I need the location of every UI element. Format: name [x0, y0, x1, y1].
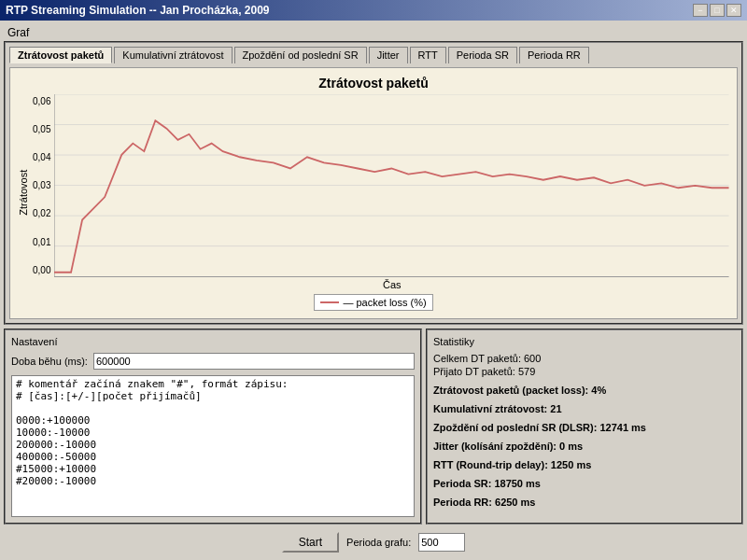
stat-row-5: Jitter (kolísání zpoždění): 0 ms: [433, 441, 736, 452]
stat-row-3: Kumulativní ztrátovost: 21: [433, 403, 736, 414]
window-body: Graf Ztrátovost paketů Kumulativní ztrát…: [0, 21, 747, 560]
nastaveni-title: Nastavení: [11, 336, 415, 347]
y-axis-label: Ztrátovost: [18, 94, 29, 290]
y-val-4: 0,04: [33, 152, 50, 162]
y-val-5: 0,05: [33, 124, 50, 134]
tab-perioda-rr[interactable]: Perioda RR: [519, 47, 589, 63]
window-controls: − □ ✕: [693, 4, 741, 17]
stat-row-2: Ztrátovost paketů (packet loss): 4%: [433, 385, 736, 396]
chart-title: Ztrátovost paketů: [18, 76, 729, 91]
y-val-6: 0,06: [33, 96, 50, 106]
menu-graf[interactable]: Graf: [7, 26, 29, 39]
doba-behu-input[interactable]: [93, 353, 415, 370]
y-val-2: 0,02: [33, 208, 50, 218]
tab-jitter[interactable]: Jitter: [369, 47, 408, 63]
bottom-toolbar: Start Perioda grafu:: [4, 528, 743, 556]
graph-panel: Ztrátovost paketů Kumulativní ztrátovost…: [4, 41, 743, 325]
y-val-0: 0,00: [33, 265, 50, 275]
tab-perioda-sr[interactable]: Perioda SR: [448, 47, 517, 63]
tab-ztratovost-paketu[interactable]: Ztrátovost paketů: [9, 47, 112, 63]
bottom-section: Nastavení Doba běhu (ms): # komentář zač…: [4, 329, 743, 525]
perioda-label: Perioda grafu:: [346, 537, 411, 548]
tab-rtt[interactable]: RTT: [410, 47, 446, 63]
tab-kumulativni[interactable]: Kumulativní ztrátovost: [114, 47, 232, 63]
minimize-button[interactable]: −: [693, 4, 708, 17]
chart-area: Ztrátovost paketů Ztrátovost 0,06 0,05 0…: [9, 67, 738, 319]
legend-label: — packet loss (%): [343, 297, 426, 308]
y-val-3: 0,03: [33, 180, 50, 190]
nastaveni-panel: Nastavení Doba běhu (ms): # komentář zač…: [4, 329, 422, 525]
stat-row-1: Přijato DT paketů: 579: [433, 366, 736, 377]
chart-svg-wrapper: 1 2 3 4 5 6 7 8 9 ...: [54, 94, 729, 290]
stat-row-0: Celkem DT paketů: 600: [433, 353, 736, 364]
maximize-button[interactable]: □: [710, 4, 725, 17]
y-val-1: 0,01: [33, 237, 50, 247]
close-button[interactable]: ✕: [726, 4, 741, 17]
legend-line: [320, 301, 339, 303]
tab-bar: Ztrátovost paketů Kumulativní ztrátovost…: [9, 47, 738, 63]
perioda-input[interactable]: [418, 533, 465, 552]
chart-svg: 1 2 3 4 5 6 7 8 9 ...: [54, 94, 729, 277]
script-textarea[interactable]: # komentář začíná znakem "#", formát záp…: [11, 375, 415, 517]
start-button[interactable]: Start: [282, 532, 339, 553]
stat-row-7: Perioda SR: 18750 ms: [433, 478, 736, 489]
doba-behu-label: Doba běhu (ms):: [11, 356, 88, 367]
menu-bar: Graf: [4, 24, 743, 41]
chart-content: Ztrátovost 0,06 0,05 0,04 0,03 0,02 0,01…: [18, 94, 729, 290]
stat-row-6: RTT (Round-trip delay): 1250 ms: [433, 459, 736, 470]
statistiky-panel: Statistiky Celkem DT paketů: 600 Přijato…: [426, 329, 743, 525]
tab-zpozddeni-sr[interactable]: Zpoždění od poslední SR: [234, 47, 367, 63]
legend-item-packet-loss: — packet loss (%): [314, 294, 432, 311]
title-bar: RTP Streaming Simulation -- Jan Procházk…: [0, 0, 747, 21]
statistiky-title: Statistiky: [433, 336, 736, 347]
chart-svg-container: 1 2 3 4 5 6 7 8 9 ...: [54, 94, 729, 277]
doba-behu-row: Doba běhu (ms):: [11, 353, 415, 370]
chart-legend: — packet loss (%): [18, 294, 729, 311]
x-axis-label: Čas: [54, 279, 729, 290]
window-title: RTP Streaming Simulation -- Jan Procházk…: [6, 4, 270, 17]
stat-row-8: Perioda RR: 6250 ms: [433, 497, 736, 508]
stat-row-4: Zpoždění od poslední SR (DLSR): 12741 ms: [433, 422, 736, 433]
